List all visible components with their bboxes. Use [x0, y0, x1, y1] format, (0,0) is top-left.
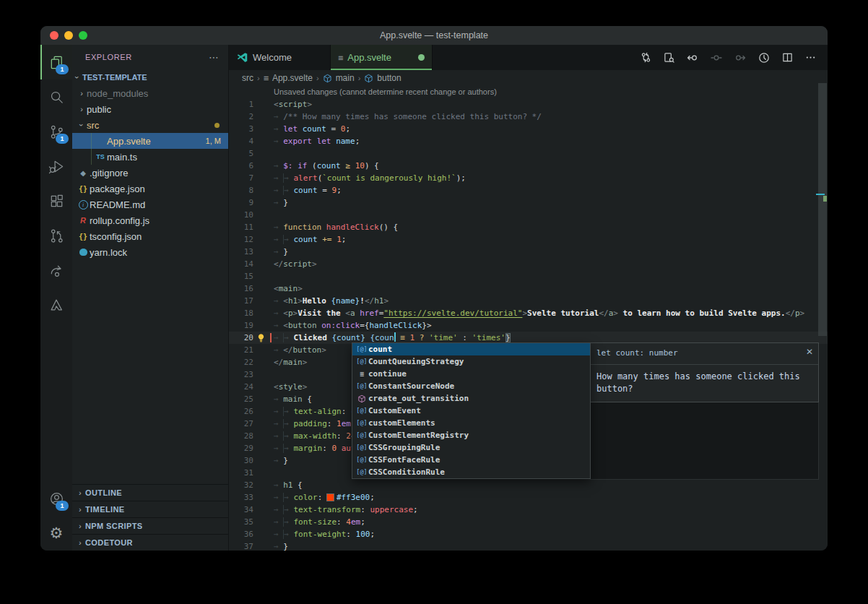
- live-share-icon: [48, 262, 65, 279]
- suggest-item-cssconditionrule[interactable]: [@]CSSConditionRule: [352, 466, 590, 478]
- suggest-item-cssfontfacerule[interactable]: [@]CSSFontFaceRule: [352, 454, 590, 466]
- suggest-item-customevent[interactable]: [@]CustomEvent: [352, 405, 590, 417]
- more-actions-button[interactable]: [805, 52, 816, 63]
- azure-icon: [48, 297, 64, 313]
- suggest-item-continue[interactable]: ≣continue: [352, 368, 590, 380]
- editor-scrollbar[interactable]: [817, 67, 828, 551]
- suggest-item-customelements[interactable]: [@]customElements: [352, 417, 590, 429]
- line-number: 30: [229, 454, 253, 467]
- activity-bar-item-github-pull-requests[interactable]: [40, 218, 72, 253]
- code-line-7: 7→ → alert(`count is dangerously high!`)…: [229, 172, 828, 184]
- breadcrumb-item-src[interactable]: src: [242, 73, 253, 83]
- activity-bar-item-accounts[interactable]: 1: [40, 481, 72, 516]
- code-line-16: 16<main>: [229, 282, 828, 295]
- file-row-public[interactable]: ›public: [72, 101, 228, 117]
- file-icon: TS: [94, 153, 107, 160]
- chevron-right-icon: ›: [77, 89, 87, 98]
- git-icon: ◆: [80, 169, 86, 177]
- tab-label: Welcome: [253, 52, 292, 63]
- code-line-33: 33→ → color: #ff3e00;: [229, 491, 828, 504]
- chevron-down-icon: ›: [77, 120, 86, 130]
- code-editor[interactable]: Unsaved changes (cannot determine recent…: [229, 86, 828, 551]
- minimize-window-button[interactable]: [64, 31, 73, 40]
- suggest-item-cssgroupingrule[interactable]: [@]CSSGroupingRule: [352, 441, 590, 454]
- file-row-yarn-lock[interactable]: yarn.lock: [72, 244, 228, 260]
- activity-bar-item-extensions[interactable]: [40, 184, 72, 218]
- workspace-root-folder[interactable]: › TEST-TEMPLATE: [72, 69, 228, 85]
- code-line-1: 1<script>: [229, 98, 828, 111]
- symbol-variable-icon: [@]: [355, 454, 368, 466]
- line-content: → → margin: 0 auto;: [253, 442, 365, 454]
- file-row-app-svelte[interactable]: App.svelte1, M: [72, 133, 228, 149]
- sidebar-title: EXPLORER: [85, 53, 132, 61]
- sidebar-section-timeline[interactable]: ›TIMELINE: [72, 501, 228, 517]
- open-changes-button[interactable]: [664, 52, 674, 63]
- close-icon[interactable]: ✕: [806, 346, 813, 358]
- line-number: 19: [229, 319, 253, 332]
- file-row-package-json[interactable]: {}package.json: [72, 181, 228, 197]
- activity-bar-item-explorer[interactable]: 1: [40, 45, 72, 79]
- breadcrumb-label: button: [377, 73, 401, 83]
- scrollbar-slider[interactable]: [818, 83, 827, 336]
- lightbulb-icon: [256, 333, 266, 343]
- line-number: 17: [229, 295, 253, 307]
- next-change-button[interactable]: [734, 52, 746, 64]
- line-number: 21: [229, 344, 253, 356]
- suggest-item-countqueuingstrategy[interactable]: [@]CountQueuingStrategy: [352, 355, 590, 368]
- file-label: yarn.lock: [90, 247, 127, 258]
- editor-group: Welcome≡App.svelte src›≡App.svelte›main›…: [229, 45, 828, 551]
- suggest-item-constantsourcenode[interactable]: [@]ConstantSourceNode: [352, 380, 590, 392]
- tab-app-svelte[interactable]: ≡App.svelte: [331, 45, 433, 70]
- file-row-src[interactable]: ›src: [72, 117, 228, 133]
- sidebar-section-codetour[interactable]: ›CODETOUR: [72, 534, 228, 551]
- line-number: 4: [229, 135, 253, 147]
- split-editor-icon: [782, 52, 793, 63]
- gutter-indicator-button[interactable]: [711, 52, 722, 64]
- split-editor-button[interactable]: [782, 52, 793, 63]
- breadcrumb-item-button[interactable]: button: [364, 73, 401, 83]
- activity-bar-item-source-control[interactable]: 1: [40, 114, 72, 149]
- suggest-item-create_out_transition[interactable]: create_out_transition: [352, 392, 590, 405]
- git-compare-button[interactable]: [641, 52, 651, 63]
- line-content: → → padding: 1em;: [253, 418, 356, 430]
- suggest-label: CSSFontFaceRule: [368, 454, 440, 466]
- file-row-tsconfig-json[interactable]: {}tsconfig.json: [72, 228, 228, 244]
- file-row-node-modules[interactable]: ›node_modules: [72, 85, 228, 101]
- search-icon: [48, 89, 65, 105]
- close-window-button[interactable]: [50, 31, 58, 40]
- breadcrumb-separator: ›: [257, 74, 260, 82]
- sidebar-section-outline[interactable]: ›OUTLINE: [72, 484, 228, 501]
- breadcrumb-separator: ›: [316, 74, 319, 82]
- activity-bar-item-azure[interactable]: [40, 288, 72, 322]
- sidebar-more-actions-icon[interactable]: ⋯: [209, 51, 220, 63]
- line-number: 9: [229, 197, 253, 209]
- previous-change-button[interactable]: [687, 52, 698, 64]
- code-line-12: 12→ → count += 1;: [229, 233, 828, 246]
- activity-bar-item-run-debug[interactable]: [40, 149, 72, 184]
- sidebar-section-npm-scripts[interactable]: ›NPM SCRIPTS: [72, 517, 228, 534]
- suggest-item-count[interactable]: [@]count: [352, 343, 590, 355]
- line-content: → → font-weight: 100;: [253, 528, 375, 540]
- breadcrumb-item-app-svelte[interactable]: ≡App.svelte: [264, 73, 313, 83]
- badge: 1: [56, 501, 69, 511]
- suggest-label: CSSConditionRule: [368, 466, 445, 478]
- code-line-8: 8→ → count = 9;: [229, 184, 828, 197]
- activity-bar-item-settings[interactable]: ⚙: [40, 516, 72, 551]
- chevron-down-icon: ›: [73, 72, 82, 82]
- file-row-rollup-config-js[interactable]: Rrollup.config.js: [72, 212, 228, 228]
- activity-bar-item-live-share[interactable]: [40, 253, 72, 288]
- suggest-item-customelementregistry[interactable]: [@]CustomElementRegistry: [352, 429, 590, 441]
- file-row-main-ts[interactable]: TSmain.ts: [72, 149, 228, 165]
- file-history-button[interactable]: [758, 52, 770, 64]
- code-line-4: 4→ export let name;: [229, 135, 828, 147]
- file-row-readme-md[interactable]: iREADME.md: [72, 197, 228, 212]
- tab-welcome[interactable]: Welcome: [229, 45, 331, 70]
- zoom-window-button[interactable]: [79, 31, 87, 40]
- activity-bar-item-search[interactable]: [40, 79, 72, 114]
- overview-ruler-cursor-mark: [816, 194, 825, 195]
- line-number: 8: [229, 184, 253, 197]
- line-content: [253, 209, 274, 221]
- code-line-37: 37→ }: [229, 540, 828, 551]
- file-row--gitignore[interactable]: ◆.gitignore: [72, 165, 228, 181]
- breadcrumb-item-main[interactable]: main: [323, 73, 355, 83]
